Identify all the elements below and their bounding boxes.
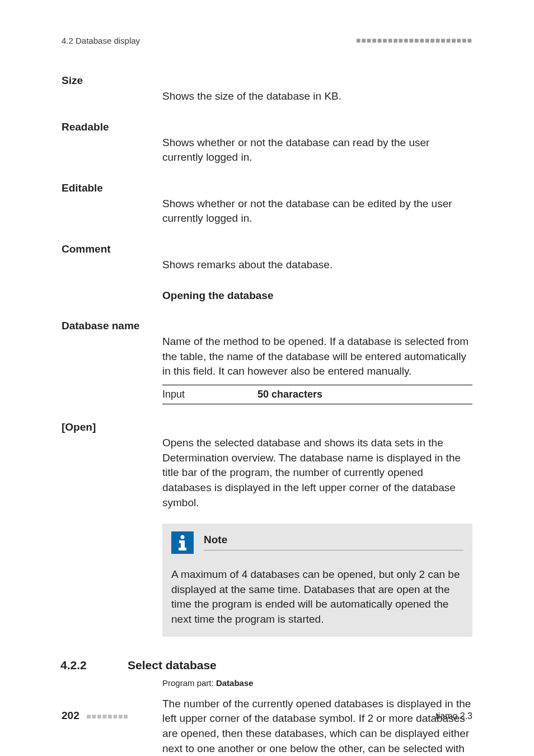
note-header: Note xyxy=(171,531,463,554)
heading-title: Select database xyxy=(128,657,217,673)
term-label-readable: Readable xyxy=(62,120,162,165)
select-database-body: The number of the currently opened datab… xyxy=(162,697,472,756)
term-desc-database-name: Name of the method to be opened. If a da… xyxy=(162,319,472,404)
term-label-open: [Open] xyxy=(62,420,162,637)
running-header: 4.2 Database display ■■■■■■■■■■■■■■■■■■■… xyxy=(62,35,472,46)
svg-rect-3 xyxy=(179,548,186,550)
term-row-database-name: Database name Name of the method to be o… xyxy=(62,319,472,404)
input-spec-table: Input 50 characters xyxy=(162,385,472,404)
note-box: Note A maximum of 4 databases can be ope… xyxy=(162,524,472,637)
term-row-size: Size Shows the size of the database in K… xyxy=(62,73,472,104)
footer-left: 202 ■■■■■■■■ xyxy=(62,708,129,724)
term-row-readable: Readable Shows whether or not the databa… xyxy=(62,120,472,165)
note-body: A maximum of 4 databases can be opened, … xyxy=(171,567,463,627)
note-title-wrap: Note xyxy=(204,531,463,550)
section-path: 4.2 Database display xyxy=(62,35,140,46)
term-label-comment: Comment xyxy=(62,242,162,273)
open-desc-text: Opens the selected database and shows it… xyxy=(162,437,461,508)
page-container: 4.2 Database display ■■■■■■■■■■■■■■■■■■■… xyxy=(0,0,534,756)
heading-select-database: 4.2.2 Select database xyxy=(60,657,472,673)
term-label-size: Size xyxy=(62,73,162,104)
program-part-label: Program part: xyxy=(162,678,216,688)
note-title: Note xyxy=(204,533,463,550)
term-desc-readable: Shows whether or not the database can re… xyxy=(162,120,472,165)
subheading-opening-database: Opening the database xyxy=(162,288,472,304)
program-part-value: Database xyxy=(216,678,254,688)
page-number: 202 xyxy=(62,710,79,721)
heading-number: 4.2.2 xyxy=(60,657,105,673)
term-desc-size: Shows the size of the database in KB. xyxy=(162,73,472,104)
term-desc-open: Opens the selected database and shows it… xyxy=(162,420,472,637)
header-decor-dots: ■■■■■■■■■■■■■■■■■■■■■■ xyxy=(356,35,472,46)
term-label-database-name: Database name xyxy=(62,319,162,404)
footer-product: tiamo 2.3 xyxy=(435,710,472,722)
info-icon xyxy=(171,531,194,554)
page-footer: 202 ■■■■■■■■ tiamo 2.3 xyxy=(62,708,472,724)
table-row: Input 50 characters xyxy=(162,385,472,404)
svg-point-0 xyxy=(181,535,185,539)
program-part-line: Program part: Database xyxy=(162,677,472,689)
term-label-editable: Editable xyxy=(62,181,162,226)
footer-decor-dots: ■■■■■■■■ xyxy=(86,712,129,721)
term-desc-comment: Shows remarks about the database. xyxy=(162,242,472,273)
svg-rect-2 xyxy=(181,540,185,549)
term-row-open: [Open] Opens the selected database and s… xyxy=(62,420,472,637)
input-value-cell: 50 characters xyxy=(257,385,472,404)
term-row-comment: Comment Shows remarks about the database… xyxy=(62,242,472,273)
term-row-editable: Editable Shows whether or not the databa… xyxy=(62,181,472,226)
input-label-cell: Input xyxy=(162,385,257,404)
dbname-desc-text: Name of the method to be opened. If a da… xyxy=(162,335,469,377)
term-desc-editable: Shows whether or not the database can be… xyxy=(162,181,472,226)
